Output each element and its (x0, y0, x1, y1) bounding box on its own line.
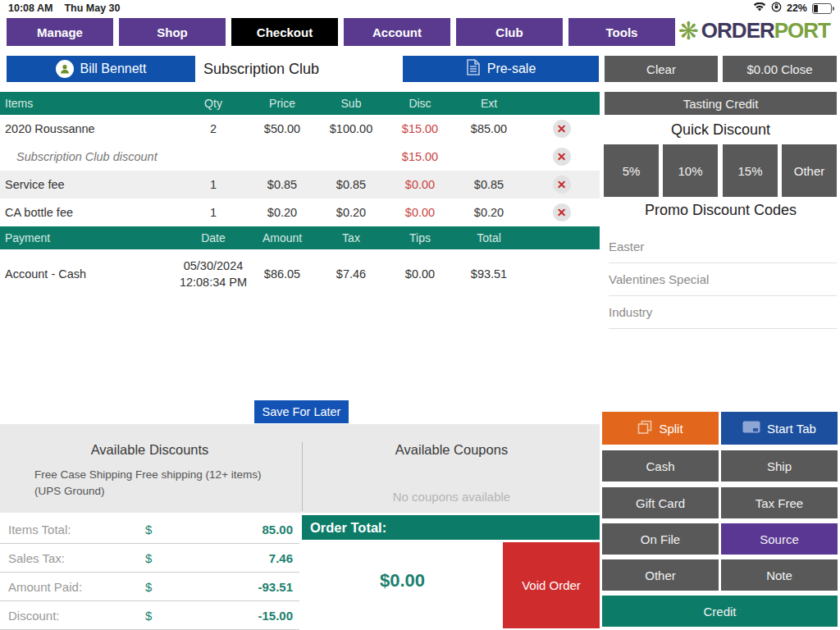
orderport-logo: ❋ ORDERPORT (678, 18, 830, 43)
available-discount-item: Free Case Shipping Free shipping (12+ it… (34, 467, 281, 500)
item-sub: $100.00 (317, 122, 386, 135)
item-name: CA bottle fee (0, 206, 179, 219)
item-disc: $15.00 (386, 122, 454, 135)
item-ext: $0.85 (454, 178, 523, 191)
item-price: $50.00 (248, 122, 317, 135)
item-disc: $0.00 (386, 206, 454, 219)
flower-icon: ❋ (678, 19, 699, 43)
tasting-credit-button[interactable]: Tasting Credit (605, 92, 837, 115)
payment-table-header: Payment Date Amount Tax Tips Total (0, 226, 600, 249)
payment-row: Account - Cash 05/30/2024 12:08:34 PM $8… (0, 249, 600, 299)
nav-tools[interactable]: Tools (568, 18, 675, 46)
note-button[interactable]: Note (721, 559, 838, 591)
col-header-total: Total (454, 231, 523, 244)
available-coupons-title: Available Coupons (302, 442, 601, 458)
clock-date: Thu May 30 (64, 2, 120, 14)
nav-shop[interactable]: Shop (119, 18, 226, 46)
credit-button[interactable]: Credit (602, 596, 838, 627)
on-file-button[interactable]: On File (602, 523, 719, 555)
col-header-items: Items (0, 97, 179, 110)
customer-name: Bill Bennett (80, 62, 147, 76)
wifi-icon (753, 2, 766, 15)
item-sub: $0.20 (317, 206, 386, 219)
main-navbar: Manage Shop Checkout Account Club Tools (7, 18, 675, 46)
quick-discount-10[interactable]: 10% (663, 144, 718, 197)
discounts-coupons-panel: Available Discounts Available Coupons Fr… (0, 424, 600, 513)
battery-icon (812, 3, 832, 14)
card-icon (742, 421, 760, 436)
total-row-paid: Amount Paid: $ -93.51 (0, 573, 299, 601)
void-order-button[interactable]: Void Order (503, 542, 600, 628)
close-button[interactable]: $0.00 Close (723, 56, 837, 82)
col-header-price: Price (248, 97, 317, 110)
promo-code-easter[interactable]: Easter (609, 230, 837, 263)
col-header-date: Date (179, 231, 248, 244)
nav-manage[interactable]: Manage (7, 18, 113, 46)
col-header-disc: Disc (386, 97, 454, 110)
col-header-tips: Tips (386, 231, 454, 244)
table-row: 2020 Roussanne 2 $50.00 $100.00 $15.00 $… (0, 115, 600, 143)
item-ext: $0.20 (454, 206, 523, 219)
order-total-header: Order Total: (302, 515, 600, 540)
item-ext: $85.00 (454, 122, 523, 135)
items-table-header: Items Qty Price Sub Disc Ext (0, 92, 600, 115)
other-button[interactable]: Other (602, 559, 719, 591)
col-header-amount: Amount (248, 231, 317, 244)
nav-club[interactable]: Club (456, 18, 563, 46)
payment-date: 05/30/2024 12:08:34 PM (179, 258, 248, 291)
item-disc: $0.00 (386, 178, 454, 191)
cash-button[interactable]: Cash (602, 450, 719, 482)
quick-discount-15[interactable]: 15% (723, 144, 778, 197)
item-name: Service fee (0, 178, 179, 191)
col-header-ext: Ext (454, 97, 523, 110)
delete-item-icon[interactable]: ✕ (553, 120, 571, 138)
quick-discount-title: Quick Discount (605, 121, 837, 139)
promo-code-valentines[interactable]: Valentines Special (609, 262, 837, 296)
item-price: $0.20 (248, 206, 317, 219)
delete-item-icon[interactable]: ✕ (553, 203, 571, 221)
split-button[interactable]: Split (602, 412, 719, 445)
col-header-tax: Tax (317, 231, 386, 244)
save-for-later-button[interactable]: Save For Later (254, 400, 349, 423)
logo-port-text: PORT (774, 18, 830, 43)
presale-button[interactable]: Pre-sale (403, 56, 599, 82)
col-header-payment: Payment (0, 231, 179, 244)
source-button[interactable]: Source (721, 523, 838, 555)
payment-tax: $7.46 (317, 267, 386, 281)
gift-card-button[interactable]: Gift Card (602, 487, 719, 518)
no-coupons-text: No coupons available (302, 490, 601, 504)
item-qty: 1 (179, 206, 248, 219)
col-header-qty: Qty (179, 97, 248, 110)
nav-checkout[interactable]: Checkout (231, 18, 338, 46)
table-row: CA bottle fee 1 $0.20 $0.20 $0.00 $0.20 … (0, 199, 600, 226)
logo-order-text: ORDER (701, 18, 774, 43)
promo-code-industry[interactable]: Industry (609, 295, 837, 329)
nav-account[interactable]: Account (344, 18, 450, 46)
table-row: Subscription Club discount $15.00 ✕ (0, 143, 600, 171)
quick-discount-5[interactable]: 5% (604, 144, 659, 197)
col-header-sub: Sub (317, 97, 386, 110)
total-row-items: Items Total: $ 85.00 (0, 515, 299, 544)
delete-item-icon[interactable]: ✕ (553, 148, 571, 166)
order-total-amount: $0.00 (302, 570, 503, 591)
delete-item-icon[interactable]: ✕ (553, 176, 571, 194)
orientation-lock-icon (771, 2, 782, 15)
item-disc: $15.00 (386, 150, 454, 163)
start-tab-button[interactable]: Start Tab (721, 412, 838, 445)
document-icon (466, 59, 481, 79)
payment-method: Account - Cash (0, 267, 179, 281)
available-discounts-title: Available Discounts (0, 442, 299, 458)
clock-time: 10:08 AM (8, 2, 52, 14)
item-qty: 2 (179, 122, 248, 135)
quick-discount-other[interactable]: Other (782, 144, 837, 197)
item-name: 2020 Roussanne (0, 122, 179, 135)
total-row-discount: Discount: $ -15.00 (0, 601, 299, 630)
clear-button[interactable]: Clear (605, 56, 718, 82)
ship-button[interactable]: Ship (721, 450, 838, 482)
table-row: Service fee 1 $0.85 $0.85 $0.00 $0.85 ✕ (0, 171, 600, 199)
customer-button[interactable]: Bill Bennett (7, 56, 195, 82)
battery-percent: 22% (787, 2, 807, 14)
tax-free-button[interactable]: Tax Free (721, 487, 838, 518)
payment-amount: $86.05 (248, 267, 317, 281)
total-row-tax: Sales Tax: $ 7.46 (0, 544, 299, 573)
